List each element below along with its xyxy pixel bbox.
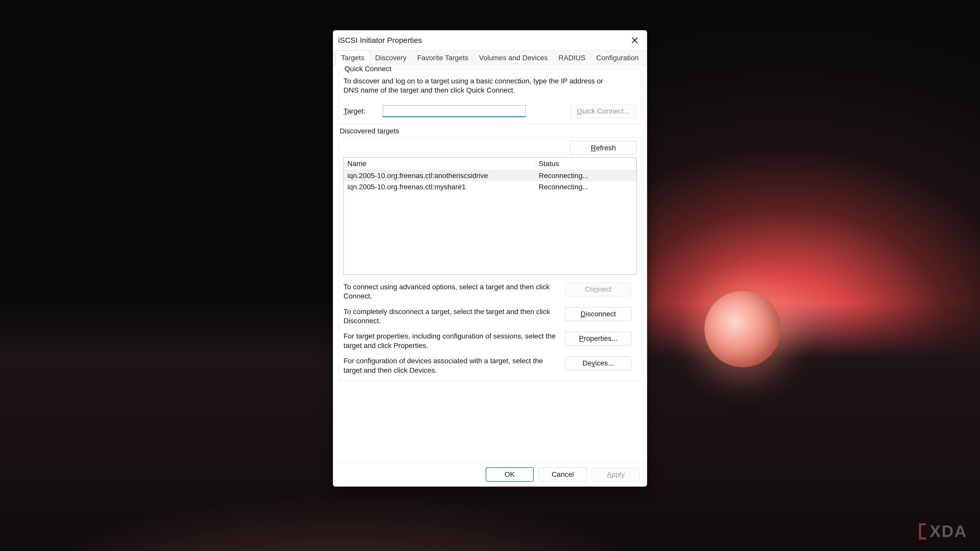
cancel-button[interactable]: Cancel: [539, 467, 587, 482]
titlebar: iSCSI Initiator Properties: [333, 30, 647, 50]
group-discovered: Refresh Name Status iqn.2005-10.org.free…: [339, 137, 641, 381]
list-item[interactable]: iqn.2005-10.org.freenas.ctl:myshare1 Rec…: [344, 181, 636, 192]
connect-button[interactable]: Connect: [565, 283, 632, 296]
dialog-footer: OK Cancel Apply: [333, 462, 647, 486]
quick-connect-description: To discover and log on to a target using…: [344, 76, 613, 95]
tab-volumes-devices[interactable]: Volumes and Devices: [474, 51, 553, 65]
tab-discovery[interactable]: Discovery: [370, 51, 412, 65]
tab-favorite-targets[interactable]: Favorite Targets: [412, 51, 474, 65]
disconnect-button[interactable]: Disconnect: [565, 307, 632, 321]
tabstrip: Targets Discovery Favorite Targets Volum…: [333, 50, 647, 65]
tab-targets[interactable]: Targets: [336, 51, 370, 65]
target-input[interactable]: [383, 105, 526, 117]
col-status[interactable]: Status: [535, 158, 636, 170]
tab-configuration[interactable]: Configuration: [591, 51, 644, 65]
row-name: iqn.2005-10.org.freenas.ctl:myshare1: [344, 181, 535, 192]
tab-radius[interactable]: RADIUS: [553, 51, 591, 65]
apply-button[interactable]: Apply: [592, 467, 640, 482]
targets-listview[interactable]: Name Status iqn.2005-10.org.freenas.ctl:…: [344, 157, 636, 275]
iscsi-dialog: iSCSI Initiator Properties Targets Disco…: [333, 30, 647, 487]
group-quick-connect: Quick Connect To discover and log on to …: [339, 69, 641, 124]
refresh-button[interactable]: Refresh: [570, 141, 636, 155]
properties-help: For target properties, including configu…: [344, 332, 558, 350]
discovered-legend: Discovered targets: [339, 127, 641, 137]
connect-help: To connect using advanced options, selec…: [344, 283, 558, 301]
row-status: Reconnecting...: [535, 170, 636, 181]
close-button[interactable]: [624, 32, 646, 49]
row-name: iqn.2005-10.org.freenas.ctl:anotheriscsi…: [344, 170, 535, 181]
tabpage-targets: Quick Connect To discover and log on to …: [333, 65, 647, 462]
list-item[interactable]: iqn.2005-10.org.freenas.ctl:anotheriscsi…: [344, 170, 636, 181]
properties-button[interactable]: Properties...: [565, 332, 632, 345]
ok-button[interactable]: OK: [486, 467, 534, 482]
col-name[interactable]: Name: [344, 158, 535, 170]
quick-connect-button[interactable]: Quick Connect...: [570, 104, 636, 118]
dialog-title: iSCSI Initiator Properties: [338, 36, 624, 44]
wallpaper-moon: [704, 291, 781, 367]
row-status: Reconnecting...: [535, 181, 636, 192]
quick-connect-legend: Quick Connect: [342, 65, 393, 73]
listview-header: Name Status: [344, 158, 636, 170]
watermark: XDA: [919, 522, 967, 541]
close-icon: [632, 37, 638, 44]
devices-help: For configuration of devices associated …: [344, 356, 558, 375]
target-label: Target:: [344, 107, 377, 115]
watermark-text: XDA: [930, 522, 967, 541]
disconnect-help: To completely disconnect a target, selec…: [344, 307, 558, 326]
devices-button[interactable]: Devices...: [565, 356, 632, 370]
